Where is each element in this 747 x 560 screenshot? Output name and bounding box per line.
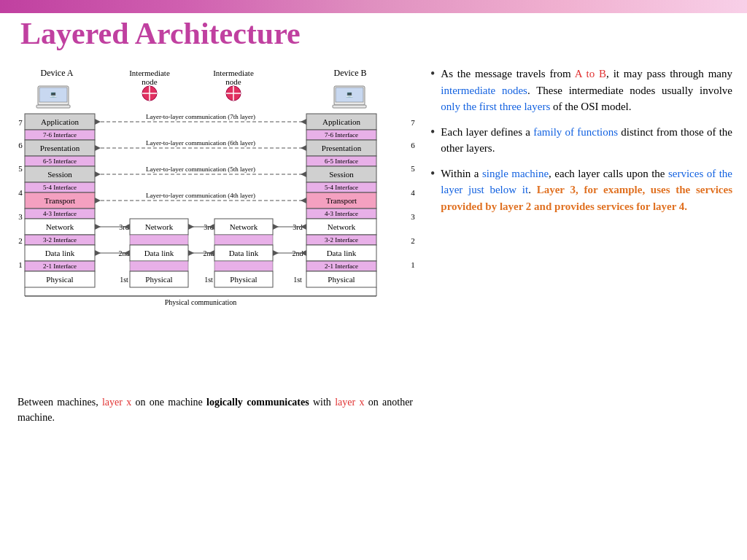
bullet-text-2: Each layer defines a family of functions… <box>441 124 732 157</box>
svg-text:1st: 1st <box>293 276 302 284</box>
top-bar <box>0 0 747 13</box>
right-panel: • As the message travels from A to B, it… <box>423 58 747 560</box>
svg-text:Network: Network <box>145 222 174 231</box>
bullet-dot-1: • <box>430 67 435 80</box>
svg-text:Layer-to-layer communication (: Layer-to-layer communication (5th layer) <box>146 166 255 173</box>
svg-text:1st: 1st <box>120 276 128 284</box>
svg-rect-78 <box>214 261 273 271</box>
svg-text:Application: Application <box>41 117 79 126</box>
left-panel: Device A Device B Intermediate node Inte… <box>0 58 423 560</box>
svg-marker-131 <box>188 224 194 230</box>
svg-text:Data link: Data link <box>327 249 357 257</box>
layer-x-1: layer x <box>102 397 131 408</box>
svg-text:Device B: Device B <box>334 68 367 78</box>
svg-text:3: 3 <box>18 212 23 221</box>
svg-rect-67 <box>130 261 188 271</box>
svg-text:6-5 Interface: 6-5 Interface <box>325 158 358 165</box>
svg-marker-112 <box>95 119 101 125</box>
svg-text:💻: 💻 <box>50 90 57 98</box>
svg-text:Layer-to-layer communication (: Layer-to-layer communication (7th layer) <box>146 113 255 120</box>
svg-text:Application: Application <box>322 117 360 126</box>
svg-rect-8 <box>36 105 70 108</box>
svg-text:1st: 1st <box>204 276 213 284</box>
layer-x-2: layer x <box>335 397 364 408</box>
bullet-dot-3: • <box>430 167 435 180</box>
svg-marker-128 <box>95 224 101 230</box>
svg-text:4-3 Interface: 4-3 Interface <box>325 210 358 217</box>
svg-text:Data link: Data link <box>144 249 174 257</box>
svg-text:Data link: Data link <box>229 249 259 257</box>
svg-text:4: 4 <box>411 188 415 197</box>
main-content: Device A Device B Intermediate node Inte… <box>0 58 747 560</box>
svg-text:Layer-to-layer communication (: Layer-to-layer communication (6th layer) <box>146 139 255 147</box>
svg-text:Session: Session <box>329 170 354 179</box>
svg-text:3: 3 <box>411 212 415 221</box>
svg-marker-121 <box>301 171 306 177</box>
svg-marker-140 <box>188 250 194 256</box>
svg-text:5: 5 <box>18 164 23 173</box>
svg-text:6: 6 <box>18 141 23 149</box>
svg-text:2: 2 <box>411 236 415 245</box>
svg-marker-116 <box>95 145 101 151</box>
svg-text:Session: Session <box>47 170 72 179</box>
caption: Between machines, layer x on one machine… <box>15 394 416 425</box>
svg-text:Network: Network <box>230 222 258 231</box>
svg-text:7: 7 <box>18 118 23 127</box>
svg-rect-74 <box>214 235 273 245</box>
svg-text:1: 1 <box>411 260 415 269</box>
svg-text:Physical: Physical <box>328 275 355 284</box>
svg-text:Physical: Physical <box>145 275 172 284</box>
svg-text:3-2 Interface: 3-2 Interface <box>325 236 358 244</box>
svg-text:5-4 Interface: 5-4 Interface <box>43 184 77 191</box>
svg-text:Physical: Physical <box>230 275 257 284</box>
svg-text:Network: Network <box>46 222 74 231</box>
svg-text:6-5 Interface: 6-5 Interface <box>43 158 77 165</box>
bullet-text-3: Within a single machine, each layer call… <box>441 166 732 215</box>
svg-text:Network: Network <box>328 222 356 231</box>
svg-marker-125 <box>301 198 306 203</box>
svg-text:2: 2 <box>18 236 23 245</box>
svg-text:Intermediate: Intermediate <box>213 69 254 77</box>
svg-text:Physical communication: Physical communication <box>165 298 237 306</box>
svg-rect-63 <box>130 235 188 245</box>
svg-rect-18 <box>333 105 366 108</box>
svg-text:node: node <box>142 77 158 86</box>
svg-text:Layer-to-layer communication (: Layer-to-layer communication (4th layer) <box>146 192 255 199</box>
svg-text:4: 4 <box>18 188 23 197</box>
svg-text:Data link: Data link <box>45 249 75 257</box>
bullet-2: • Each layer defines a family of functio… <box>430 124 732 157</box>
svg-text:6: 6 <box>411 141 415 149</box>
svg-marker-120 <box>95 171 101 177</box>
osi-diagram: Device A Device B Intermediate node Inte… <box>15 66 419 390</box>
svg-text:Presentation: Presentation <box>322 144 362 152</box>
bullet-1: • As the message travels from A to B, it… <box>430 66 732 115</box>
svg-text:5: 5 <box>411 164 415 173</box>
svg-text:2-1 Interface: 2-1 Interface <box>325 262 358 270</box>
svg-text:Device A: Device A <box>41 68 74 78</box>
svg-text:2-1 Interface: 2-1 Interface <box>43 262 77 270</box>
svg-marker-124 <box>95 198 101 203</box>
bullet-text-1: As the message travels from A to B, it m… <box>441 66 732 115</box>
svg-marker-117 <box>301 145 306 151</box>
svg-text:Transport: Transport <box>326 196 357 205</box>
bullet-dot-2: • <box>430 125 435 139</box>
svg-text:Physical: Physical <box>46 275 73 284</box>
svg-text:7-6 Interface: 7-6 Interface <box>43 131 77 139</box>
logically-communicates: logically communicates <box>206 397 309 408</box>
svg-marker-143 <box>273 250 279 256</box>
svg-text:💻: 💻 <box>346 90 353 98</box>
svg-marker-113 <box>301 119 306 125</box>
bullet-3: • Within a single machine, each layer ca… <box>430 166 732 215</box>
svg-text:node: node <box>225 77 241 86</box>
svg-marker-134 <box>273 224 279 230</box>
svg-text:7: 7 <box>411 118 415 127</box>
svg-text:1: 1 <box>18 260 23 269</box>
page-title: Layered Architecture <box>20 16 301 51</box>
svg-text:Intermediate: Intermediate <box>129 69 170 77</box>
svg-text:Transport: Transport <box>44 196 75 205</box>
svg-text:7-6 Interface: 7-6 Interface <box>325 131 358 139</box>
svg-text:Presentation: Presentation <box>40 144 80 152</box>
svg-marker-137 <box>95 250 101 256</box>
svg-text:5-4 Interface: 5-4 Interface <box>325 184 358 191</box>
svg-text:3-2 Interface: 3-2 Interface <box>43 236 77 244</box>
